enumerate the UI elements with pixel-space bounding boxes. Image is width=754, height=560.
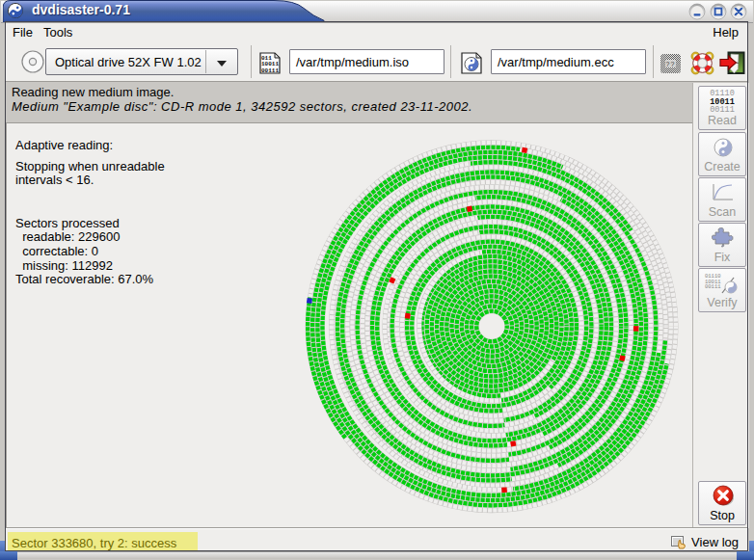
svg-text:00111: 00111 bbox=[261, 67, 279, 74]
svg-text:?: ? bbox=[666, 61, 670, 67]
svg-text:?: ? bbox=[671, 61, 675, 67]
